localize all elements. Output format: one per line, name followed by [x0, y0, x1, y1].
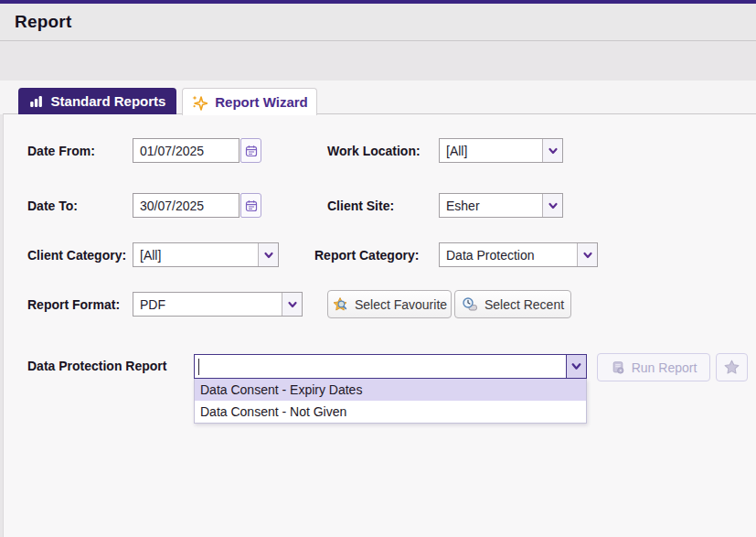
- report-gear-icon: [611, 360, 625, 375]
- report-picker-chevron[interactable]: [566, 355, 586, 378]
- page-title: Report: [15, 12, 71, 32]
- report-format-label: Report Format:: [27, 297, 120, 312]
- date-from-label: Date From:: [27, 144, 95, 158]
- report-picker-label: Data Protection Report: [27, 359, 166, 373]
- favourite-toggle-button[interactable]: [716, 353, 748, 381]
- sparkle-icon: [191, 94, 208, 111]
- work-location-value: [All]: [440, 139, 542, 162]
- date-from-input[interactable]: 01/07/2025: [133, 138, 240, 163]
- select-favourite-button[interactable]: Select Favourite: [327, 290, 452, 318]
- date-to-input[interactable]: 30/07/2025: [133, 193, 240, 218]
- report-category-value: Data Protection: [440, 243, 577, 266]
- client-site-dropdown[interactable]: Esher: [439, 193, 563, 218]
- tab-report-wizard-label: Report Wizard: [215, 94, 308, 110]
- chevron-down-icon: [548, 200, 559, 211]
- report-window: Report Standard Reports Report Wizard Da…: [0, 0, 756, 537]
- client-category-label: Client Category:: [27, 248, 126, 263]
- date-to-label: Date To:: [27, 199, 78, 213]
- date-to-group: 30/07/2025: [133, 193, 261, 218]
- work-location-chevron[interactable]: [542, 139, 562, 162]
- date-to-calendar-button[interactable]: [240, 193, 261, 218]
- tab-report-wizard[interactable]: Report Wizard: [182, 88, 317, 115]
- date-from-group: 01/07/2025: [133, 138, 261, 163]
- report-format-chevron[interactable]: [282, 293, 302, 316]
- chevron-down-icon: [570, 360, 582, 372]
- report-category-chevron[interactable]: [577, 243, 597, 266]
- chevron-down-icon: [548, 145, 559, 156]
- select-recent-button[interactable]: Select Recent: [454, 290, 571, 318]
- star-magnifier-icon: [332, 296, 348, 313]
- client-category-chevron[interactable]: [258, 243, 278, 266]
- client-site-value: Esher: [440, 194, 542, 217]
- chevron-down-icon: [287, 299, 298, 310]
- report-picker-input[interactable]: [195, 355, 566, 378]
- page-header: Report: [0, 4, 756, 41]
- tab-standard-reports[interactable]: Standard Reports: [18, 88, 176, 114]
- chevron-down-icon: [263, 250, 274, 261]
- chevron-down-icon: [582, 250, 593, 261]
- work-location-label: Work Location:: [327, 144, 421, 158]
- work-location-dropdown[interactable]: [All]: [439, 138, 563, 163]
- report-category-dropdown[interactable]: Data Protection: [439, 242, 598, 267]
- client-site-label: Client Site:: [327, 199, 394, 213]
- calendar-icon: [245, 145, 258, 157]
- clock-history-icon: [462, 296, 478, 313]
- run-report-button[interactable]: Run Report: [597, 353, 710, 381]
- star-icon: [723, 359, 740, 376]
- report-picker-combobox[interactable]: [194, 354, 587, 379]
- text-caret: [198, 359, 199, 375]
- client-site-chevron[interactable]: [542, 194, 562, 217]
- bar-chart-icon: [29, 94, 44, 109]
- report-picker-option-list: Data Consent - Expiry Dates Data Consent…: [194, 379, 587, 424]
- select-recent-label: Select Recent: [484, 297, 564, 312]
- option-data-consent-expiry-dates[interactable]: Data Consent - Expiry Dates: [195, 379, 586, 401]
- calendar-icon: [245, 199, 258, 212]
- report-category-label: Report Category:: [314, 248, 419, 263]
- option-data-consent-not-given[interactable]: Data Consent - Not Given: [195, 401, 586, 423]
- client-category-value: [All]: [133, 243, 258, 266]
- select-favourite-label: Select Favourite: [355, 297, 447, 312]
- date-from-calendar-button[interactable]: [240, 138, 261, 163]
- run-report-label: Run Report: [632, 360, 697, 375]
- report-form-panel: [3, 113, 756, 537]
- client-category-dropdown[interactable]: [All]: [133, 242, 279, 267]
- report-format-dropdown[interactable]: PDF: [133, 292, 303, 317]
- tab-standard-reports-label: Standard Reports: [51, 93, 166, 109]
- report-format-value: PDF: [133, 293, 282, 316]
